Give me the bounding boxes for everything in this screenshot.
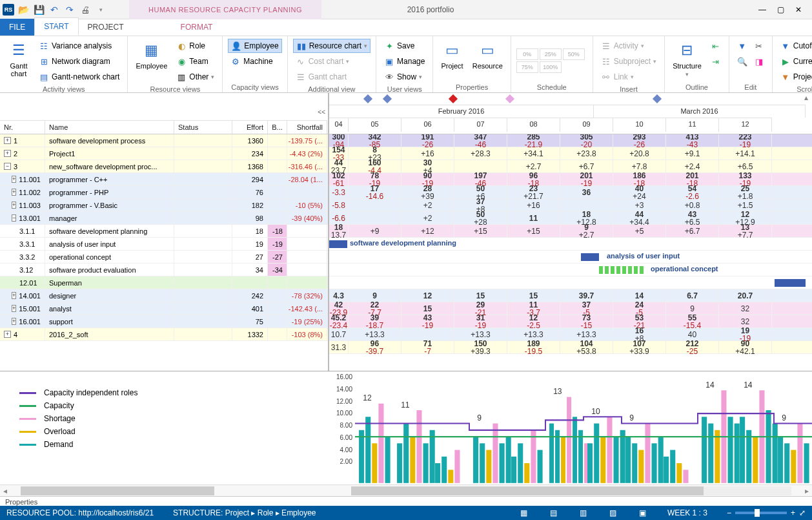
tab-format[interactable]: FORMAT — [172, 19, 222, 36]
hscroll-right[interactable]: ▸ — [802, 486, 812, 495]
erase-button[interactable]: ◨ — [751, 54, 767, 68]
tab-file[interactable]: FILE — [0, 19, 34, 36]
minimize-icon[interactable]: — — [754, 3, 771, 16]
table-row[interactable]: +11.002programmer - PHP76 — [0, 186, 328, 199]
close-icon[interactable]: ✕ — [790, 3, 807, 16]
find-button[interactable]: 🔍 — [735, 54, 750, 68]
table-row[interactable]: 3.12software product evaluation34-34 — [0, 264, 328, 276]
table-row[interactable]: 12.01Superman — [0, 276, 328, 289]
chart-bar — [561, 437, 565, 483]
col-status[interactable]: Status — [174, 120, 232, 134]
show-button[interactable]: 👁Show ▾ — [381, 70, 427, 84]
role-button[interactable]: ◐Role — [174, 39, 217, 53]
outdent-button[interactable]: ⇤ — [708, 39, 724, 53]
zoom-fit[interactable]: ⤢ — [799, 508, 806, 517]
chart-bar-label: 12 — [363, 393, 371, 403]
table-row[interactable]: −13.001manager98-39 (40%) — [0, 212, 328, 225]
structure-button[interactable]: ⊟Structure▾ — [670, 39, 704, 79]
project-start-icon: ▼ — [780, 72, 791, 82]
expand-icon[interactable]: + — [12, 189, 16, 196]
project-start-button[interactable]: ▼Project start ▾ — [778, 70, 812, 84]
col-nr[interactable]: Nr. — [0, 120, 45, 134]
gantt-bar[interactable] — [581, 253, 599, 261]
gantt-chart-button[interactable]: ☰ Gantt chart — [5, 39, 32, 79]
tab-project[interactable]: PROJECT — [79, 19, 133, 36]
chart-bar — [410, 437, 415, 483]
month-header: March 2016 — [594, 105, 806, 118]
expand-icon[interactable]: + — [4, 137, 11, 144]
table-row[interactable]: +16.001support75-19 (25%) — [0, 315, 328, 328]
cutoff-date-button[interactable]: ▼Cutoff date — [778, 39, 812, 53]
project-props-button[interactable]: ▭Project — [438, 39, 465, 71]
cut-button[interactable]: ✂ — [751, 39, 767, 53]
maximize-icon[interactable]: ▢ — [772, 3, 789, 16]
gantt-bar[interactable] — [599, 266, 645, 274]
table-row[interactable]: −3new_software development proc...1368-3… — [0, 160, 328, 173]
current-date-button[interactable]: ▶Current date — [778, 54, 812, 68]
print-icon[interactable]: 🖨 — [79, 3, 92, 16]
table-row[interactable]: 3.3.2operational concept27-27 — [0, 251, 328, 264]
hscroll-right-track[interactable] — [351, 486, 791, 495]
resource-chart-button[interactable]: ▮▮Resource chart ▾ — [293, 39, 370, 53]
table-row[interactable]: +11.003programmer - V.Basic182-10 (5%) — [0, 199, 328, 212]
expand-icon[interactable]: + — [12, 305, 16, 312]
table-row[interactable]: 3.1.1software development planning18-18 — [0, 225, 328, 238]
timeline-row: -3.317-14.628+3950+623+21.73640+2454-2.6… — [329, 186, 812, 199]
collapse-icon[interactable]: − — [4, 163, 11, 170]
save-view-button[interactable]: ✦Save — [381, 39, 427, 53]
zoom-in[interactable]: + — [791, 508, 795, 517]
vscroll-up[interactable]: ▴ — [804, 93, 808, 102]
table-row[interactable]: +2Project1234-4.43 (2%) — [0, 147, 328, 160]
zoom-slider[interactable] — [735, 512, 787, 514]
filter-button[interactable]: ▼ — [735, 39, 750, 53]
undo-icon[interactable]: ↶ — [48, 3, 61, 16]
collapse-left-pane[interactable]: << — [318, 109, 325, 116]
capacity-employee-button[interactable]: 👤Employee — [228, 39, 281, 53]
table-row[interactable]: 3.3.1analysis of user input19-19 — [0, 238, 328, 251]
table-row[interactable]: +42016_2_soft1332-103 (8%) — [0, 328, 328, 341]
hscroll-left-track[interactable] — [21, 486, 214, 495]
col-shortfall[interactable]: Shortfall — [287, 120, 327, 134]
gantt-network-button[interactable]: ▤Gantt-network chart — [36, 70, 122, 84]
status-view5-icon[interactable]: ▣ — [638, 508, 648, 518]
hscroll-left[interactable]: ◂ — [0, 486, 10, 495]
gantt-bar[interactable] — [775, 279, 806, 287]
variance-analysis-button[interactable]: ☷Variance analysis — [36, 39, 122, 53]
expand-icon[interactable]: + — [12, 318, 16, 325]
employee-view-button[interactable]: ▦ Employee — [133, 39, 170, 71]
other-button[interactable]: ▥Other ▾ — [174, 70, 217, 84]
chart-bar — [524, 463, 529, 483]
save-icon[interactable]: 💾 — [32, 3, 45, 16]
expand-icon[interactable]: + — [12, 202, 16, 209]
col-b[interactable]: B... — [268, 120, 287, 134]
team-button[interactable]: ◉Team — [174, 54, 217, 68]
expand-icon[interactable]: + — [4, 150, 11, 157]
status-view3-icon[interactable]: ▥ — [578, 508, 589, 518]
table-row[interactable]: +14.001designer242-78 (32%) — [0, 289, 328, 302]
col-effort[interactable]: Effort — [232, 120, 268, 134]
gantt-bar[interactable] — [329, 240, 347, 248]
network-diagram-button[interactable]: ⊞Network diagram — [36, 54, 122, 68]
expand-icon[interactable]: + — [12, 292, 16, 299]
tab-start[interactable]: START — [34, 17, 78, 36]
resource-props-button[interactable]: ▭Resource — [470, 39, 505, 71]
qat-dropdown[interactable]: ▾ — [94, 3, 107, 16]
open-icon[interactable]: 📂 — [17, 3, 30, 16]
collapse-icon[interactable]: − — [12, 214, 16, 222]
zoom-out[interactable]: − — [727, 508, 731, 517]
status-view2-icon[interactable]: ▤ — [549, 508, 559, 518]
col-name[interactable]: Name — [45, 120, 174, 134]
manage-button[interactable]: ▣Manage — [381, 54, 427, 68]
indent-button[interactable]: ⇥ — [708, 54, 724, 68]
status-view4-icon[interactable]: ▨ — [608, 508, 618, 518]
timeline-row: analysis of user input — [329, 251, 812, 264]
table-row[interactable]: +11.001programmer - C++294-28.04 (1... — [0, 173, 328, 186]
expand-icon[interactable]: + — [12, 176, 16, 183]
table-row[interactable]: +1software development process1360-139.7… — [0, 134, 328, 147]
redo-icon[interactable]: ↷ — [63, 3, 76, 16]
table-row[interactable]: +15.001analyst401-142.43 (... — [0, 302, 328, 315]
expand-icon[interactable]: + — [4, 331, 11, 338]
y-tick: 2.00 — [340, 458, 352, 465]
status-view1-icon[interactable]: ▦ — [519, 508, 529, 518]
machine-button[interactable]: ⚙Machine — [228, 54, 281, 68]
